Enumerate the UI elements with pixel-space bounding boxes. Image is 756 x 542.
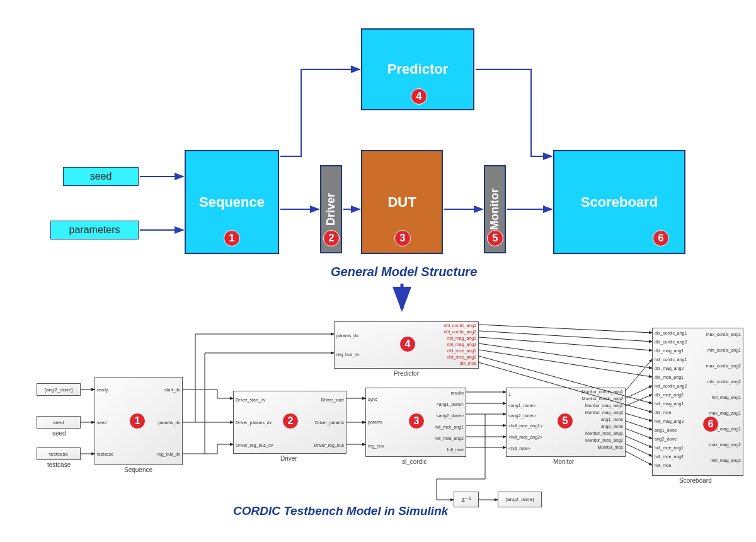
sb-in-2: dbl_mag_ang1 bbox=[655, 349, 684, 353]
pred-out-3: dbl_mag_ang2 bbox=[447, 342, 476, 347]
pred-out-5: dbl_mce_ang2 bbox=[447, 355, 476, 359]
mon-in-0: 1 bbox=[508, 392, 511, 396]
sb-in-11: ang1_done bbox=[655, 428, 677, 432]
dut-in-2: reg_bus bbox=[368, 444, 384, 448]
pred-in-1: reg_bus_dv bbox=[336, 352, 360, 357]
driver-label: Driver bbox=[324, 193, 338, 226]
badge-6: 6 bbox=[653, 230, 669, 246]
badge-2: 2 bbox=[323, 230, 340, 246]
seq-out-paramsdv: params_dv bbox=[158, 420, 180, 425]
sequence-label: Sequence bbox=[199, 194, 265, 210]
svg-line-34 bbox=[626, 436, 652, 447]
svg-line-33 bbox=[626, 429, 652, 439]
sim-badge-2: 2 bbox=[282, 413, 299, 429]
dut-out-2: <ang2_done> bbox=[437, 413, 464, 418]
diagram-canvas: seed parameters Sequence 1 Driver 2 DUT … bbox=[0, 0, 756, 542]
svg-line-36 bbox=[626, 451, 652, 465]
mon-out-0: Monitor_cordic_ang1 bbox=[582, 389, 623, 394]
drv-in-2: Driver_reg_bus_dv bbox=[236, 443, 273, 447]
mon-out-1: Monitor_cordic_ang2 bbox=[582, 396, 623, 401]
seq-out-regbusdv: reg_bus_dv bbox=[157, 452, 180, 456]
ang2-done-tag: [ang2_done] bbox=[37, 383, 81, 396]
sb-in-13: hdl_mce_ang1 bbox=[655, 446, 684, 450]
mon-in-1: <ang1_done> bbox=[508, 403, 536, 408]
seed-input-block: seed bbox=[63, 167, 139, 186]
sb-in-12: ang2_done bbox=[655, 437, 677, 441]
sim-scoreboard-label: Scoreboard bbox=[679, 477, 712, 484]
svg-line-29 bbox=[626, 386, 652, 398]
sim-slcordic-label: sl_cordic bbox=[402, 458, 427, 465]
sb-out-1: min_cordic_ang1 bbox=[707, 348, 741, 352]
sim-predictor-label: Predictor bbox=[394, 370, 419, 377]
svg-line-21 bbox=[479, 325, 652, 333]
svg-line-35 bbox=[626, 444, 652, 456]
dut-in-1: params bbox=[368, 420, 382, 424]
sb-out-8: min_mag_ang2 bbox=[711, 458, 741, 463]
sb-out-0: max_cordic_ang1 bbox=[706, 332, 741, 337]
general-caption: General Model Structure bbox=[331, 265, 477, 279]
drv-out-1: Driver_params bbox=[315, 420, 344, 425]
badge-4: 4 bbox=[411, 88, 427, 105]
mon-out-8: Monitor_mce bbox=[598, 445, 623, 449]
svg-line-32 bbox=[626, 421, 652, 430]
sim-scoreboard-block: dbl_cordic_ang1dbl_cordic_ang2dbl_mag_an… bbox=[652, 328, 743, 476]
svg-line-30 bbox=[626, 395, 652, 406]
svg-line-22 bbox=[479, 331, 652, 342]
pred-out-4: dbl_mce_ang1 bbox=[447, 349, 476, 353]
testcase-tag: testcase bbox=[37, 447, 81, 460]
sb-in-4: dbl_mag_ang2 bbox=[655, 366, 684, 371]
seed-label: seed bbox=[90, 171, 112, 182]
ang2-done-out-tag: [ang2_done] bbox=[498, 492, 542, 507]
predictor-label: Predictor bbox=[387, 61, 449, 78]
svg-line-31 bbox=[626, 413, 652, 421]
sim-badge-3: 3 bbox=[408, 413, 425, 429]
mon-in-3: <hdl_mce_ang1> bbox=[508, 424, 542, 428]
badge-3: 3 bbox=[394, 230, 411, 246]
dut-out-3: hdl_mce_ang1 bbox=[435, 425, 464, 429]
sb-in-15: hdl_mce bbox=[655, 463, 671, 468]
mon-in-2: <ang2_done> bbox=[508, 413, 536, 418]
badge-5: 5 bbox=[487, 230, 503, 246]
sim-monitor-label: Monitor bbox=[553, 458, 574, 465]
mon-in-4: <hdl_mce_ang2> bbox=[508, 435, 542, 439]
seq-in-testcase: testcase bbox=[97, 452, 113, 456]
sim-badge-6: 6 bbox=[702, 416, 719, 432]
mon-out-5: ang2_done bbox=[601, 424, 623, 429]
mon-out-2: Monitor_mag_ang1 bbox=[585, 403, 623, 408]
sim-badge-5: 5 bbox=[557, 413, 573, 429]
mon-out-6: Monitor_mce_ang1 bbox=[585, 431, 623, 435]
pred-out-0: dbl_cordic_ang1 bbox=[444, 323, 476, 328]
svg-line-28 bbox=[626, 359, 652, 391]
dut-out-1: <ang1_done> bbox=[437, 402, 464, 407]
seed-tag-label: seed bbox=[52, 430, 66, 437]
mon-in-5: <hdl_mce> bbox=[508, 446, 530, 451]
monitor-label: Monitor bbox=[488, 188, 501, 230]
sb-in-10: hdl_mag_ang2 bbox=[655, 419, 684, 424]
drv-in-0: Driver_start_dv bbox=[236, 398, 265, 402]
sb-out-5: max_mag_ang1 bbox=[709, 411, 741, 415]
sb-out-4: hdl_mag_ang1 bbox=[712, 395, 741, 400]
parameters-label: parameters bbox=[69, 224, 120, 236]
sb-in-1: dbl_cordic_ang2 bbox=[655, 340, 687, 344]
seed-tag: seed bbox=[37, 416, 81, 429]
drv-in-1: Driver_params_dv bbox=[236, 420, 272, 425]
sb-in-5: dbl_mce_ang1 bbox=[655, 375, 684, 379]
sim-badge-4: 4 bbox=[399, 336, 416, 352]
pred-out-2: dbl_mag_ang1 bbox=[447, 336, 476, 340]
sb-in-9: dbl_mce bbox=[655, 410, 671, 415]
sb-in-14: hdl_mce_ang2 bbox=[655, 454, 684, 459]
pred-out-6: dbl_mce bbox=[460, 361, 476, 366]
bottom-caption: CORDIC Testbench Model in Simulink bbox=[233, 504, 448, 518]
sb-out-7: max_mag_ang2 bbox=[709, 442, 741, 447]
parameters-input-block: parameters bbox=[50, 221, 139, 239]
sb-in-6: hdl_cordic_ang2 bbox=[655, 384, 687, 388]
pred-in-0: params_dv bbox=[336, 333, 358, 338]
dut-out-4: hdl_mce_ang2 bbox=[435, 436, 464, 441]
sb-in-7: dbl_mce_ang2 bbox=[655, 393, 684, 397]
seq-out-startdv: start_dv bbox=[164, 388, 180, 392]
svg-line-24 bbox=[479, 343, 652, 368]
sb-out-2: max_cordic_ang2 bbox=[706, 364, 741, 368]
mon-out-7: Monitor_mce_ang2 bbox=[585, 438, 623, 442]
testcase-tag-label: testcase bbox=[47, 461, 71, 468]
sb-in-0: dbl_cordic_ang1 bbox=[655, 331, 687, 335]
